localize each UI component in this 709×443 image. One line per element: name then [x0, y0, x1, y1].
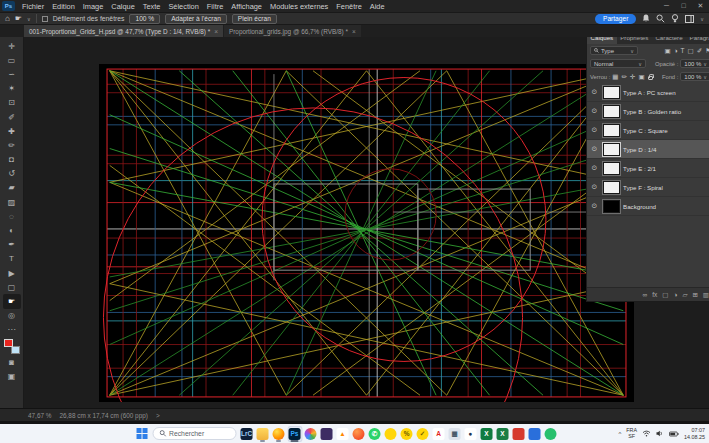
- tool-edit-toolbar[interactable]: ⋯: [3, 323, 21, 337]
- layer-row-type-c-square[interactable]: ⊙Type C : Square: [587, 121, 709, 140]
- scroll-all-windows-checkbox[interactable]: [42, 16, 48, 22]
- fill-select[interactable]: 100 % ∨: [680, 72, 709, 81]
- taskbar-app-firefox[interactable]: [271, 426, 286, 442]
- tool-pen[interactable]: ✒: [3, 238, 21, 252]
- filter-shape-icon[interactable]: ▢: [688, 47, 694, 55]
- menu-image[interactable]: Image: [79, 2, 108, 11]
- zoom-100-button[interactable]: 100 %: [129, 14, 160, 24]
- wifi-icon[interactable]: [642, 430, 651, 437]
- tool-clone-stamp[interactable]: ◘: [3, 153, 21, 167]
- taskbar-app-blue-app[interactable]: [527, 426, 542, 442]
- lock-all-icon[interactable]: [648, 76, 653, 80]
- menu-affichage[interactable]: Affichage: [227, 2, 266, 11]
- taskbar-search[interactable]: Rechercher: [152, 427, 236, 440]
- lock-transparency-icon[interactable]: ▦: [612, 73, 618, 81]
- share-button[interactable]: Partager: [595, 14, 636, 24]
- taskbar-app-calculator[interactable]: ▦: [447, 426, 462, 442]
- minimize-button[interactable]: ─: [658, 0, 675, 12]
- taskbar-app-utility-yellow-1[interactable]: [383, 426, 398, 442]
- tool-eraser[interactable]: ▰: [3, 181, 21, 195]
- tool-screen-mode[interactable]: ▣: [3, 369, 21, 383]
- visibility-eye-icon[interactable]: ⊙: [589, 107, 600, 115]
- layer-mask-icon[interactable]: ▢: [662, 291, 668, 299]
- taskbar-app-purple-app[interactable]: [319, 426, 334, 442]
- tool-quick-selection[interactable]: ✶: [3, 82, 21, 96]
- tool-zoom[interactable]: ◎: [3, 309, 21, 323]
- hand-tool-icon[interactable]: ☛: [15, 14, 22, 24]
- visibility-eye-icon[interactable]: ⊙: [589, 164, 600, 172]
- layer-row-type-b-golden-ratio[interactable]: ⊙Type B : Golden ratio: [587, 102, 709, 121]
- visibility-eye-icon[interactable]: ⊙: [589, 202, 600, 210]
- tool-gradient[interactable]: ▨: [3, 195, 21, 209]
- layer-row-type-d-1-4[interactable]: ⊙Type D : 1/4: [587, 140, 709, 159]
- taskbar-app-green-circle-app[interactable]: [543, 426, 558, 442]
- tool-marquee[interactable]: ▭: [3, 53, 21, 67]
- delete-layer-icon[interactable]: ▥: [703, 291, 709, 299]
- tool-dodge[interactable]: ◐: [3, 223, 21, 237]
- opacity-select[interactable]: 100 % ∨: [680, 59, 709, 68]
- filter-smart-icon[interactable]: ✐: [697, 47, 702, 55]
- layer-row-background[interactable]: ⊙Background: [587, 197, 709, 216]
- layer-group-icon[interactable]: ▱: [682, 291, 687, 299]
- tab-proprietes[interactable]: Propriétés: [617, 37, 652, 44]
- tab-calques[interactable]: Calques: [587, 37, 617, 44]
- tool-lasso[interactable]: ∽: [3, 67, 21, 81]
- start-button[interactable]: [134, 426, 149, 441]
- zoom-level[interactable]: 47,67 %: [28, 412, 51, 419]
- battery-icon[interactable]: [669, 431, 679, 437]
- menu-modules-externes[interactable]: Modules externes: [266, 2, 332, 11]
- taskbar-app-acrobat[interactable]: A: [431, 426, 446, 442]
- layer-row-type-f-spiral[interactable]: ⊙Type F : Spiral: [587, 178, 709, 197]
- home-icon[interactable]: ⌂: [5, 14, 10, 24]
- tool-shape[interactable]: ▢: [3, 280, 21, 294]
- taskbar-app-orange-browser[interactable]: [351, 426, 366, 442]
- visibility-eye-icon[interactable]: ⊙: [589, 183, 600, 191]
- layer-row-type-e-2-1[interactable]: ⊙Type E : 2/1: [587, 159, 709, 178]
- tab-close-icon[interactable]: ×: [352, 28, 356, 35]
- lightbulb-icon[interactable]: [671, 14, 679, 23]
- taskbar-app-vlc[interactable]: ▲: [335, 426, 350, 442]
- menu-fichier[interactable]: Fichier: [18, 2, 48, 11]
- background-color-swatch[interactable]: [11, 346, 20, 354]
- bell-icon[interactable]: [642, 14, 650, 23]
- document-tab-1[interactable]: 001-Proportional_Grids_H.psd @ 47,7% (Ty…: [24, 25, 223, 37]
- visibility-eye-icon[interactable]: ⊙: [589, 145, 600, 153]
- taskbar-app-utility-yellow-3[interactable]: ✓: [415, 426, 430, 442]
- taskbar-app-whatsapp[interactable]: ✆: [367, 426, 382, 442]
- foreground-color-swatch[interactable]: [4, 339, 13, 347]
- tool-quick-mask[interactable]: ◙: [3, 355, 21, 369]
- menu-calque[interactable]: Calque: [107, 2, 138, 11]
- taskbar-app-excel-2[interactable]: X: [495, 426, 510, 442]
- tab-caractere[interactable]: Caractère: [652, 37, 686, 44]
- visibility-eye-icon[interactable]: ⊙: [589, 88, 600, 96]
- lock-pixels-icon[interactable]: ✏: [621, 73, 626, 81]
- taskbar-app-file-explorer[interactable]: [255, 426, 270, 442]
- menu-s-lection[interactable]: Sélection: [164, 2, 202, 11]
- taskbar-app-utility-yellow-2[interactable]: %: [399, 426, 414, 442]
- tool-history-brush[interactable]: ↺: [3, 167, 21, 181]
- tool-healing-brush[interactable]: ✚: [3, 124, 21, 138]
- canvas[interactable]: [99, 64, 634, 402]
- tab-paragraphe[interactable]: Paragraphe: [686, 37, 709, 44]
- tab-close-icon[interactable]: ×: [214, 28, 218, 35]
- taskbar-app-photos[interactable]: [303, 426, 318, 442]
- menu-edition[interactable]: Edition: [48, 2, 79, 11]
- search-icon[interactable]: [656, 14, 665, 23]
- tool-type[interactable]: T: [3, 252, 21, 266]
- close-button[interactable]: ✕: [692, 0, 709, 12]
- taskbar-app-red-app[interactable]: [511, 426, 526, 442]
- tool-move[interactable]: ✛: [3, 39, 21, 53]
- new-layer-icon[interactable]: ⊞: [692, 291, 697, 299]
- filter-adjustment-icon[interactable]: ◑: [674, 47, 678, 54]
- filter-pixel-icon[interactable]: ▣: [664, 47, 670, 55]
- link-layers-icon[interactable]: ∞: [643, 291, 648, 298]
- maximize-button[interactable]: □: [675, 0, 692, 12]
- fullscreen-button[interactable]: Plein écran: [232, 14, 277, 24]
- lock-position-icon[interactable]: ✛: [630, 73, 635, 81]
- status-chevron-icon[interactable]: >: [156, 412, 160, 419]
- taskbar-app-photoshop[interactable]: Ps: [287, 426, 302, 442]
- layer-effects-icon[interactable]: fx: [652, 291, 657, 298]
- menu-texte[interactable]: Texte: [139, 2, 165, 11]
- menu-fen-tre[interactable]: Fenêtre: [332, 2, 365, 11]
- volume-icon[interactable]: [656, 430, 664, 437]
